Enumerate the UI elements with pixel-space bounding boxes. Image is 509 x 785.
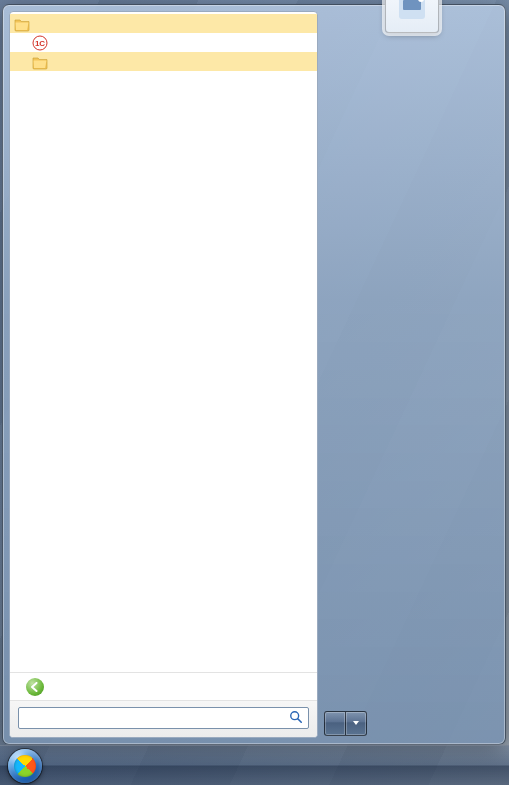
taskbar[interactable]: [0, 745, 509, 785]
windows-orb-icon: [8, 749, 42, 783]
svg-rect-5: [403, 0, 421, 10]
link-controlpanel[interactable]: [328, 163, 495, 179]
search-row: [10, 700, 317, 737]
start-menu-right-pane: [324, 11, 499, 738]
link-music[interactable]: [328, 119, 495, 135]
user-name-link[interactable]: [328, 65, 495, 81]
link-defaults[interactable]: [328, 195, 495, 211]
back-arrow-icon: [26, 678, 44, 696]
link-pictures[interactable]: [328, 103, 495, 119]
user-picture: [385, 0, 439, 33]
shutdown-options-button[interactable]: [346, 711, 367, 736]
1c-icon: 1C: [32, 35, 48, 51]
search-input[interactable]: [25, 710, 288, 727]
folder-dopolnitelno[interactable]: [10, 52, 317, 71]
shutdown-split-button: [324, 711, 367, 736]
open-folder-icon: [14, 16, 30, 32]
search-icon[interactable]: [288, 710, 304, 727]
start-menu-left-pane: 1C: [9, 11, 318, 738]
start-menu: 1C: [2, 4, 506, 745]
link-devices[interactable]: [328, 179, 495, 195]
search-box[interactable]: [18, 707, 309, 729]
folder-1c-predpriyatie-8[interactable]: [10, 14, 317, 33]
svg-text:1C: 1C: [35, 39, 45, 48]
shutdown-button[interactable]: [324, 711, 346, 736]
link-documents[interactable]: [328, 87, 495, 103]
link-help[interactable]: [328, 211, 495, 227]
right-links: [324, 59, 499, 233]
app-1c-predpriyatie[interactable]: 1C: [10, 33, 317, 52]
link-computer[interactable]: [328, 141, 495, 157]
back-button[interactable]: [10, 672, 317, 700]
start-button[interactable]: [4, 747, 46, 785]
all-programs-list[interactable]: 1C: [10, 12, 317, 672]
svg-line-3: [298, 718, 302, 722]
open-folder-icon: [32, 54, 48, 70]
user-picture-frame[interactable]: [324, 13, 499, 59]
